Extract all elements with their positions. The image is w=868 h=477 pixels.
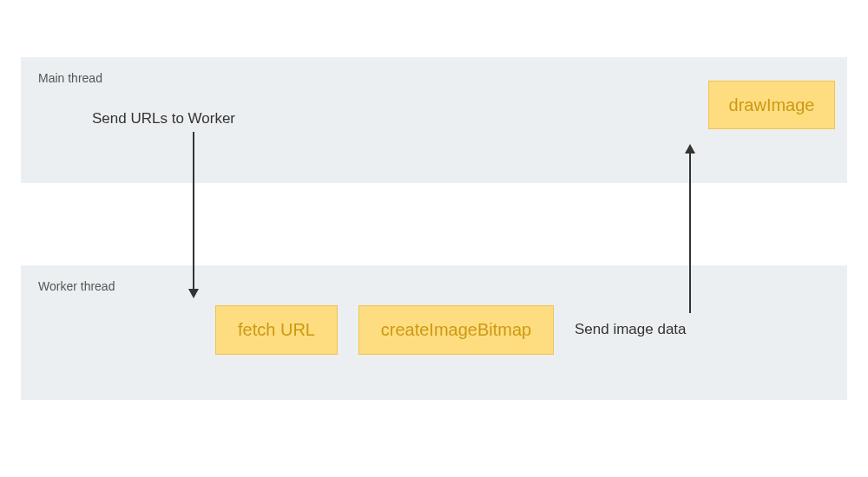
send-urls-label: Send URLs to Worker <box>92 110 235 127</box>
arrow-up-head <box>685 144 695 154</box>
send-image-data-label: Send image data <box>575 321 687 338</box>
arrow-up-line <box>689 152 691 313</box>
main-thread-label: Main thread <box>38 71 102 85</box>
fetch-url-box: fetch URL <box>215 305 338 355</box>
arrow-down-head <box>188 289 199 298</box>
worker-thread-label: Worker thread <box>38 279 115 293</box>
arrow-down-line <box>193 132 194 291</box>
create-image-bitmap-box: createImageBitmap <box>358 305 554 355</box>
draw-image-box: drawImage <box>708 81 835 129</box>
